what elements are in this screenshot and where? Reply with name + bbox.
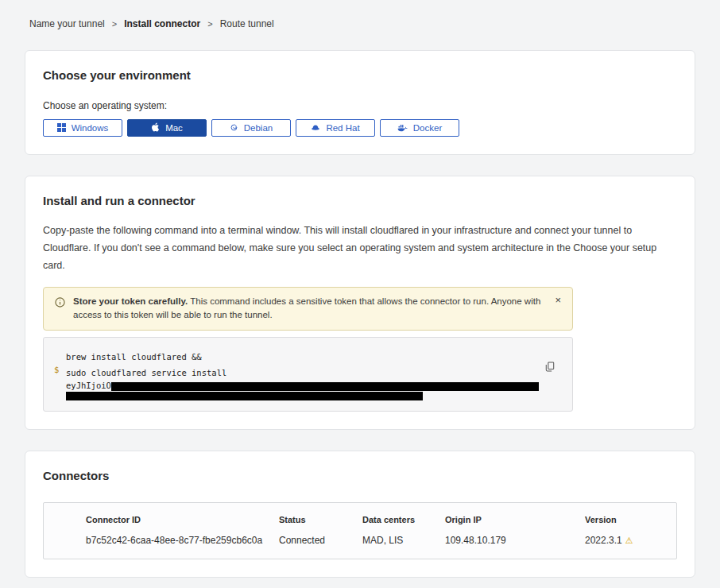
os-button-debian[interactable]: Debian: [211, 119, 291, 137]
table-row: b7c52c42-6caa-48ee-8c77-fbe259cb6c0a Con…: [44, 535, 676, 546]
connector-id-value: b7c52c42-6caa-48ee-8c77-fbe259cb6c0a: [86, 535, 279, 546]
breadcrumb-separator: >: [207, 19, 212, 29]
card-title-install-connector: Install and run a connector: [43, 194, 677, 207]
os-button-label: Debian: [244, 123, 273, 133]
breadcrumb: Name your tunnel > Install connector > R…: [25, 0, 695, 29]
token-prefix: eyJhIjoiO: [66, 381, 111, 390]
table-header-row: Connector ID Status Data centers Origin …: [44, 515, 676, 524]
card-title-connectors: Connectors: [43, 469, 677, 482]
version-warning-icon: ⚠: [625, 536, 633, 545]
data-centers-value: MAD, LIS: [362, 535, 445, 546]
os-button-docker[interactable]: Docker: [380, 119, 459, 137]
origin-ip-value: 109.48.10.179: [445, 535, 585, 546]
code-line-token-2: [66, 391, 537, 401]
terminal-prompt: $: [54, 365, 59, 374]
redacted-token-bar: [111, 382, 539, 391]
column-header-status: Status: [279, 515, 362, 524]
install-connector-card: Install and run a connector Copy-paste t…: [25, 176, 695, 430]
os-button-windows[interactable]: Windows: [43, 119, 122, 137]
card-title-choose-environment: Choose your environment: [43, 68, 677, 82]
windows-icon: [57, 123, 66, 133]
version-value: 2022.3.1⚠: [585, 535, 660, 546]
breadcrumb-step-route-tunnel[interactable]: Route tunnel: [220, 18, 274, 29]
breadcrumb-step-install-connector[interactable]: Install connector: [124, 18, 200, 29]
debian-icon: [230, 123, 238, 133]
version-text: 2022.3.1: [585, 535, 622, 546]
copy-icon[interactable]: [544, 360, 556, 376]
os-select-label: Choose an operating system:: [43, 100, 677, 111]
os-button-label: Mac: [165, 123, 183, 133]
choose-environment-card: Choose your environment Choose an operat…: [25, 50, 695, 155]
close-icon[interactable]: ×: [553, 295, 563, 306]
redacted-token-bar: [66, 392, 423, 400]
status-badge: Connected: [279, 535, 362, 546]
token-warning-banner: Store your token carefully. This command…: [43, 287, 573, 331]
install-instructions-text: Copy-paste the following command into a …: [43, 222, 677, 275]
column-header-origin-ip: Origin IP: [445, 515, 585, 524]
connectors-card: Connectors Connector ID Status Data cent…: [25, 451, 695, 578]
breadcrumb-step-name-your-tunnel[interactable]: Name your tunnel: [29, 18, 105, 29]
breadcrumb-separator: >: [112, 19, 117, 29]
code-line-1: brew install cloudflared &&: [66, 349, 537, 365]
column-header-data-centers: Data centers: [362, 515, 445, 524]
token-warning-title: Store your token carefully.: [73, 296, 188, 306]
code-line-token: eyJhIjoiO: [66, 381, 537, 391]
connectors-table: Connector ID Status Data centers Origin …: [43, 502, 677, 559]
os-button-label: Windows: [72, 123, 109, 133]
code-line-2: sudo cloudflared service install: [66, 365, 537, 381]
apple-icon: [151, 122, 160, 133]
redhat-icon: [311, 123, 320, 133]
os-button-mac[interactable]: Mac: [127, 119, 207, 137]
page: Name your tunnel > Install connector > R…: [0, 0, 720, 578]
token-warning-text: Store your token carefully. This command…: [73, 295, 545, 323]
install-command-code-block: $ brew install cloudflared && sudo cloud…: [43, 337, 573, 412]
docker-icon: [397, 123, 408, 133]
os-button-redhat[interactable]: Red Hat: [296, 119, 375, 137]
column-header-connector-id: Connector ID: [86, 515, 279, 524]
info-icon: [55, 296, 65, 311]
column-header-version: Version: [585, 515, 660, 524]
os-button-label: Docker: [413, 123, 442, 133]
os-button-label: Red Hat: [326, 123, 359, 133]
os-button-row: Windows Mac Debian Red Hat: [43, 119, 677, 137]
